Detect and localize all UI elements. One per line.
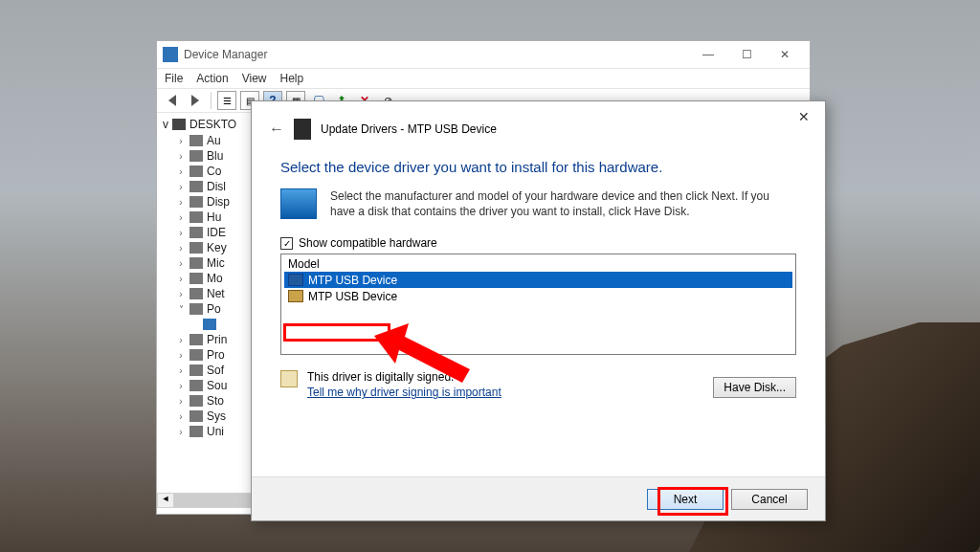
toolbar-divider: [211, 92, 212, 109]
chevron-icon[interactable]: ›: [176, 212, 186, 223]
device-icon: [189, 395, 203, 407]
tree-label: Hu: [207, 210, 221, 224]
tree-label: Pro: [207, 348, 225, 362]
device-icon: [189, 227, 203, 238]
device-icon: [189, 242, 203, 254]
device-icon: [189, 273, 203, 284]
dialog-intro: Select the manufacturer and model of you…: [280, 188, 796, 219]
tree-label: Blu: [207, 149, 223, 163]
chevron-icon[interactable]: ›: [176, 274, 186, 284]
model-item[interactable]: MTP USB Device: [284, 272, 792, 288]
certificate-icon: [280, 370, 298, 387]
chevron-icon[interactable]: ›: [176, 136, 186, 146]
root-label: DESKTO: [189, 118, 236, 131]
chevron-icon[interactable]: ›: [176, 427, 186, 437]
dialog-title: Update Drivers - MTP USB Device: [321, 122, 497, 136]
device-icon: [189, 211, 203, 223]
device-icon: [203, 319, 216, 330]
device-icon: [189, 135, 203, 146]
device-icon: [189, 196, 203, 208]
menu-help[interactable]: Help: [280, 72, 304, 85]
close-button[interactable]: ✕: [766, 41, 804, 68]
dialog-close-button[interactable]: ✕: [787, 105, 821, 128]
chevron-icon[interactable]: ˅: [176, 304, 186, 315]
chevron-icon[interactable]: ›: [176, 381, 186, 391]
device-icon: [189, 349, 203, 361]
tree-label: Sof: [207, 364, 224, 377]
model-label: MTP USB Device: [308, 290, 397, 303]
device-icon: [189, 257, 203, 269]
scroll-left-button[interactable]: ◄: [158, 494, 173, 507]
menu-view[interactable]: View: [242, 72, 267, 85]
chevron-icon[interactable]: ›: [176, 243, 186, 254]
chevron-icon[interactable]: ›: [176, 197, 186, 208]
chevron-icon[interactable]: ›: [176, 182, 186, 192]
next-button[interactable]: Next: [647, 489, 724, 510]
tree-label: IDE: [207, 226, 226, 239]
device-icon: [189, 166, 203, 177]
tree-label: Sou: [207, 379, 227, 392]
computer-icon: [172, 119, 186, 130]
nav-fwd-button[interactable]: [186, 91, 205, 110]
show-hidden-button[interactable]: ☰: [217, 91, 236, 110]
chevron-icon[interactable]: ›: [176, 365, 186, 376]
disk-icon: [288, 290, 303, 302]
tree-label: Au: [207, 134, 221, 147]
device-icon: [189, 364, 203, 376]
device-icon: [189, 303, 203, 315]
maximize-button[interactable]: ☐: [727, 41, 766, 68]
tree-label: Sto: [207, 394, 224, 408]
titlebar[interactable]: Device Manager — ☐ ✕: [157, 41, 810, 68]
back-arrow-icon[interactable]: ←: [269, 121, 284, 138]
tree-label: Net: [207, 287, 225, 300]
update-drivers-dialog: ✕ ← Update Drivers - MTP USB Device Sele…: [251, 100, 826, 521]
dialog-footer: Next Cancel: [252, 476, 825, 520]
dialog-heading: Select the device driver you want to ins…: [280, 159, 796, 175]
device-icon: [189, 410, 203, 422]
compat-checkbox-row[interactable]: ✓ Show compatible hardware: [280, 236, 796, 250]
device-icon: [189, 181, 203, 192]
have-disk-button[interactable]: Have Disk...: [713, 377, 796, 398]
tree-label: Disp: [207, 195, 230, 209]
nav-back-button[interactable]: [163, 91, 182, 110]
model-item[interactable]: MTP USB Device: [284, 288, 792, 304]
tree-label: Mic: [207, 256, 225, 270]
device-icon: [189, 334, 203, 345]
chevron-icon[interactable]: ›: [176, 151, 186, 162]
menu-bar: File Action View Help: [157, 68, 810, 88]
checkbox-icon[interactable]: ✓: [280, 237, 293, 250]
model-listbox[interactable]: Model MTP USB DeviceMTP USB Device: [280, 254, 796, 355]
model-label: MTP USB Device: [308, 274, 397, 287]
cancel-button[interactable]: Cancel: [731, 489, 808, 510]
driver-icon: [294, 119, 311, 140]
tree-label: Mo: [207, 272, 223, 285]
menu-file[interactable]: File: [165, 72, 183, 85]
tree-label: Key: [207, 241, 227, 254]
chevron-icon[interactable]: ›: [176, 396, 186, 407]
device-icon: [189, 288, 203, 299]
menu-action[interactable]: Action: [196, 72, 228, 85]
minimize-button[interactable]: —: [689, 41, 727, 68]
disk-icon: [288, 274, 303, 286]
chevron-icon[interactable]: ›: [176, 228, 186, 238]
dialog-header: ← Update Drivers - MTP USB Device: [252, 101, 825, 144]
tree-label: Uni: [207, 425, 224, 438]
chevron-icon[interactable]: ›: [176, 350, 186, 361]
chevron-icon[interactable]: ›: [176, 258, 186, 269]
tree-label: Co: [207, 165, 221, 178]
app-icon: [163, 47, 178, 62]
device-icon: [189, 150, 203, 162]
chevron-down-icon[interactable]: v: [163, 118, 168, 131]
tree-label: Prin: [207, 333, 227, 346]
signing-info-link[interactable]: Tell me why driver signing is important: [307, 386, 501, 399]
chevron-icon[interactable]: ›: [176, 166, 186, 177]
chevron-icon[interactable]: ›: [176, 289, 186, 299]
chevron-icon[interactable]: ›: [176, 411, 186, 422]
model-header: Model: [284, 257, 792, 271]
tree-label: Po: [207, 302, 221, 316]
signed-text: This driver is digitally signed.: [307, 370, 501, 384]
device-icon: [189, 426, 203, 437]
tree-label: Disl: [207, 180, 226, 193]
monitor-large-icon: [280, 188, 317, 219]
chevron-icon[interactable]: ›: [176, 335, 186, 345]
